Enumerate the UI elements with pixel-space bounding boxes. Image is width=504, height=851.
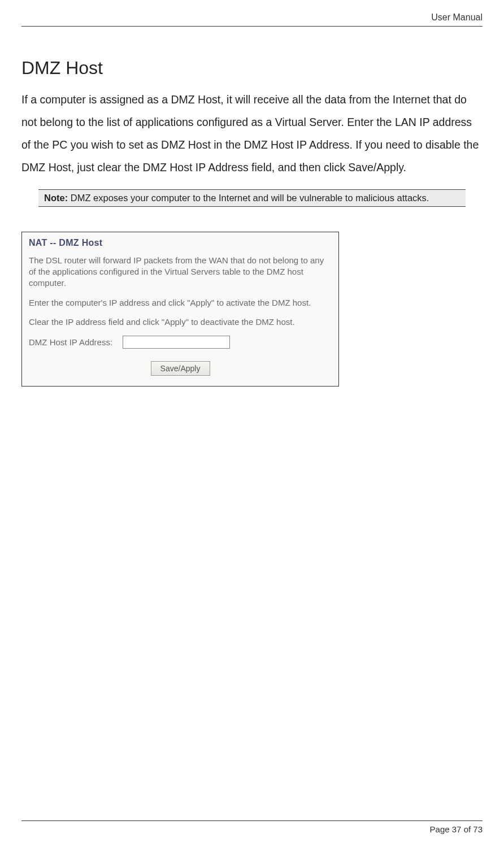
- panel-paragraph-3: Clear the IP address field and click "Ap…: [29, 316, 332, 328]
- section-paragraph: If a computer is assigned as a DMZ Host,…: [21, 89, 483, 179]
- panel-paragraph-1: The DSL router will forward IP packets f…: [29, 255, 332, 289]
- ip-address-label: DMZ Host IP Address:: [29, 337, 112, 347]
- dmz-config-panel: NAT -- DMZ Host The DSL router will forw…: [21, 232, 339, 387]
- ip-address-row: DMZ Host IP Address:: [29, 336, 332, 349]
- page-footer: Page 37 of 73: [21, 820, 483, 834]
- page-header: User Manual: [21, 0, 483, 27]
- header-title: User Manual: [431, 12, 483, 22]
- note-label: Note:: [44, 193, 68, 203]
- save-apply-button[interactable]: Save/Apply: [151, 361, 210, 376]
- footer-text: Page 37 of 73: [430, 824, 483, 834]
- dmz-ip-input[interactable]: [123, 336, 230, 349]
- note-box: Note: DMZ exposes your computer to the I…: [38, 189, 466, 207]
- note-text: DMZ exposes your computer to the Interne…: [68, 193, 429, 203]
- panel-paragraph-2: Enter the computer's IP address and clic…: [29, 297, 332, 309]
- button-row: Save/Apply: [29, 361, 332, 376]
- panel-title: NAT -- DMZ Host: [29, 238, 332, 248]
- section-title: DMZ Host: [21, 58, 483, 79]
